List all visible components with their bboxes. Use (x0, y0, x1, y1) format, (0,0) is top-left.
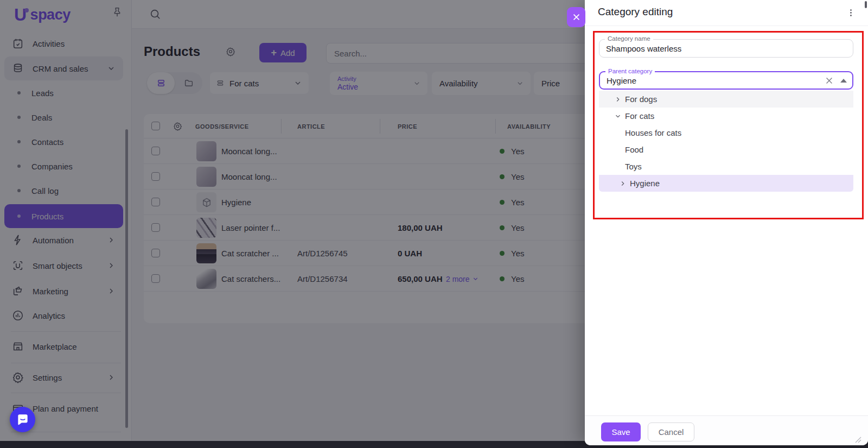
resize-handle-icon[interactable] (855, 437, 861, 443)
save-button[interactable]: Save (601, 422, 641, 441)
category-tree-dropdown: For dogs For cats Houses for cats Food T… (599, 91, 853, 192)
tree-item-for-dogs[interactable]: For dogs (599, 91, 853, 108)
tree-item-label: Houses for cats (625, 128, 681, 137)
panel-title: Category editing (598, 6, 673, 18)
panel-footer: Save Cancel (585, 415, 868, 445)
close-icon (572, 12, 581, 22)
chevron-right-icon (614, 96, 622, 103)
divider (585, 26, 868, 26)
close-panel-button[interactable] (567, 7, 585, 27)
tree-item-hygiene[interactable]: Hygiene (599, 175, 853, 192)
category-name-label: Category name (605, 35, 653, 42)
chevron-right-icon (619, 180, 627, 187)
tree-item-label: For cats (625, 111, 654, 121)
chat-bubble-icon (16, 413, 30, 427)
tree-item-houses-for-cats[interactable]: Houses for cats (599, 124, 853, 141)
tree-item-food[interactable]: Food (599, 141, 853, 158)
category-name-field: Category name (599, 39, 853, 58)
tree-item-label: Toys (625, 162, 642, 171)
collapse-caret-icon[interactable] (840, 79, 847, 83)
tree-item-for-cats[interactable]: For cats (599, 108, 853, 124)
kebab-menu-icon[interactable] (844, 6, 857, 19)
clear-icon[interactable] (825, 76, 834, 85)
category-editing-panel: Category editing Category name Parent ca… (585, 0, 868, 445)
parent-category-label: Parent category (605, 68, 655, 74)
parent-category-input[interactable] (600, 72, 852, 89)
chevron-down-icon (614, 112, 622, 120)
category-name-input[interactable] (599, 40, 853, 57)
chat-widget-button[interactable] (10, 407, 35, 432)
tree-item-label: Food (625, 145, 643, 154)
parent-category-field: Parent category (599, 71, 853, 90)
tree-item-label: Hygiene (630, 179, 660, 188)
tree-item-label: For dogs (625, 94, 657, 104)
panel-scrollbar[interactable] (865, 1, 867, 8)
cancel-button[interactable]: Cancel (648, 422, 694, 441)
tree-item-toys[interactable]: Toys (599, 158, 853, 175)
